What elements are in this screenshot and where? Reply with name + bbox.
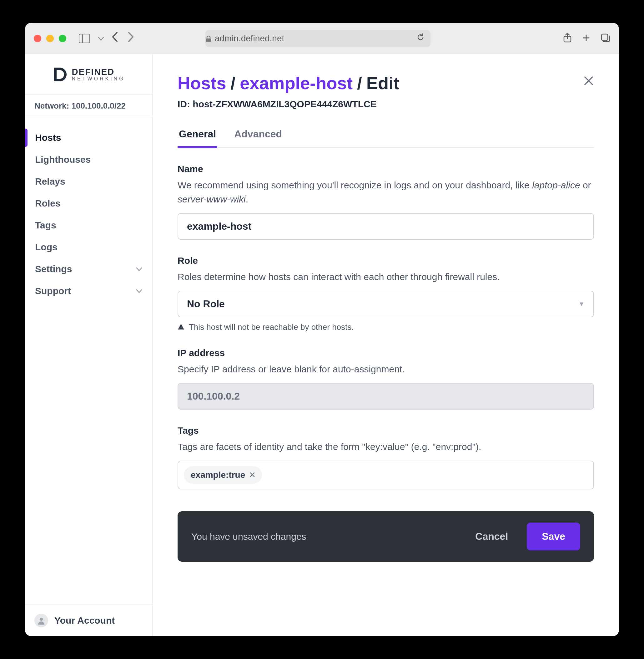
sidebar-item-tags[interactable]: Tags <box>25 214 152 236</box>
logo-text-top: DEFINED <box>72 68 125 76</box>
cancel-button[interactable]: Cancel <box>466 524 518 549</box>
svg-rect-0 <box>206 39 211 42</box>
address-text: admin.defined.net <box>215 34 284 44</box>
refresh-icon[interactable] <box>416 33 425 44</box>
svg-rect-4 <box>181 326 181 328</box>
role-value: No Role <box>187 298 225 310</box>
svg-point-3 <box>40 618 43 621</box>
sidebar-toggle-icon[interactable] <box>79 34 90 43</box>
sidebar-item-settings[interactable]: Settings <box>25 258 152 280</box>
window-close-button[interactable] <box>34 35 41 42</box>
svg-rect-2 <box>601 34 608 40</box>
field-help: Roles determine how hosts can interact w… <box>178 270 594 284</box>
main-content: Hosts / example-host / Edit ID: host-ZFX… <box>153 54 619 636</box>
tabs-overview-icon[interactable] <box>600 33 610 44</box>
breadcrumb-leaf: Edit <box>366 73 399 93</box>
save-bar: You have unsaved changes Cancel Save <box>178 511 594 562</box>
address-bar[interactable]: admin.defined.net <box>205 30 431 47</box>
sidebar: DEFINED NETWORKING Network: 100.100.0.0/… <box>25 54 153 636</box>
role-warning: This host will not be reachable by other… <box>178 322 594 332</box>
chevron-down-icon <box>136 287 142 295</box>
account-label: Your Account <box>54 615 115 626</box>
breadcrumb-sep: / <box>357 73 362 93</box>
field-role: Role Roles determine how hosts can inter… <box>178 255 594 332</box>
breadcrumb-host[interactable]: example-host <box>240 73 353 93</box>
sidebar-item-hosts[interactable]: Hosts <box>25 127 152 149</box>
chevron-down-icon[interactable] <box>98 35 104 43</box>
tag-remove-icon[interactable] <box>250 470 255 479</box>
field-help: Tags are facets of identity and take the… <box>178 440 594 454</box>
tab-advanced[interactable]: Advanced <box>233 128 283 148</box>
host-id-label: ID: host-ZFXWWA6MZIL3QOPE444Z6WTLCE <box>178 99 594 110</box>
caret-down-icon: ▼ <box>578 301 584 308</box>
field-label: Name <box>178 164 594 174</box>
close-icon[interactable] <box>583 75 594 87</box>
tag-chip: example:true <box>184 466 262 484</box>
field-label: IP address <box>178 348 594 358</box>
sidebar-item-label: Relays <box>35 176 65 187</box>
sidebar-item-label: Roles <box>35 198 61 209</box>
logo-mark-icon <box>52 66 67 83</box>
field-tags: Tags Tags are facets of identity and tak… <box>178 425 594 489</box>
nav-forward-button[interactable] <box>128 31 134 45</box>
breadcrumb: Hosts / example-host / Edit <box>178 73 594 93</box>
tabs: General Advanced <box>178 128 594 148</box>
save-button[interactable]: Save <box>527 523 580 550</box>
sidebar-item-roles[interactable]: Roles <box>25 193 152 214</box>
tags-input[interactable]: example:true <box>178 461 594 489</box>
app-content: DEFINED NETWORKING Network: 100.100.0.0/… <box>25 54 619 636</box>
role-select[interactable]: No Role ▼ <box>178 291 594 317</box>
field-label: Tags <box>178 425 594 436</box>
lock-icon <box>205 35 211 42</box>
tab-general[interactable]: General <box>178 128 217 148</box>
window-maximize-button[interactable] <box>59 35 66 42</box>
ip-input: 100.100.0.2 <box>178 383 594 410</box>
window-minimize-button[interactable] <box>46 35 54 42</box>
sidebar-item-logs[interactable]: Logs <box>25 236 152 258</box>
network-label[interactable]: Network: 100.100.0.0/22 <box>25 95 152 117</box>
chevron-down-icon <box>136 265 142 273</box>
browser-chrome: admin.defined.net <box>25 23 619 54</box>
traffic-lights <box>34 35 66 42</box>
logo: DEFINED NETWORKING <box>25 54 152 95</box>
unsaved-message: You have unsaved changes <box>191 531 456 542</box>
logo-text-bottom: NETWORKING <box>72 76 125 81</box>
field-ip: IP address Specify IP address or leave b… <box>178 348 594 410</box>
browser-window: admin.defined.net <box>25 23 619 636</box>
account-footer[interactable]: Your Account <box>25 605 152 636</box>
sidebar-item-label: Tags <box>35 220 56 230</box>
sidebar-item-label: Lighthouses <box>35 154 91 165</box>
tag-text: example:true <box>191 470 245 480</box>
sidebar-item-support[interactable]: Support <box>25 280 152 302</box>
share-icon[interactable] <box>563 32 572 44</box>
svg-rect-5 <box>181 328 181 329</box>
name-input[interactable] <box>178 213 594 240</box>
field-name: Name We recommend using something you'll… <box>178 164 594 240</box>
sidebar-item-label: Hosts <box>35 132 61 143</box>
field-label: Role <box>178 255 594 266</box>
new-tab-icon[interactable] <box>581 33 591 44</box>
avatar-icon <box>34 614 48 628</box>
breadcrumb-sep: / <box>231 73 236 93</box>
sidebar-item-relays[interactable]: Relays <box>25 171 152 193</box>
warning-icon <box>178 322 184 332</box>
field-help: Specify IP address or leave blank for au… <box>178 362 594 376</box>
sidebar-item-label: Support <box>35 286 71 296</box>
nav-back-button[interactable] <box>111 31 118 45</box>
sidebar-nav: Hosts Lighthouses Relays Roles Tags Logs <box>25 117 152 605</box>
sidebar-item-lighthouses[interactable]: Lighthouses <box>25 149 152 171</box>
sidebar-item-label: Settings <box>35 264 72 274</box>
warning-text: This host will not be reachable by other… <box>189 322 354 332</box>
breadcrumb-root[interactable]: Hosts <box>178 73 226 93</box>
sidebar-item-label: Logs <box>35 242 58 252</box>
field-help: We recommend using something you'll reco… <box>178 178 594 206</box>
